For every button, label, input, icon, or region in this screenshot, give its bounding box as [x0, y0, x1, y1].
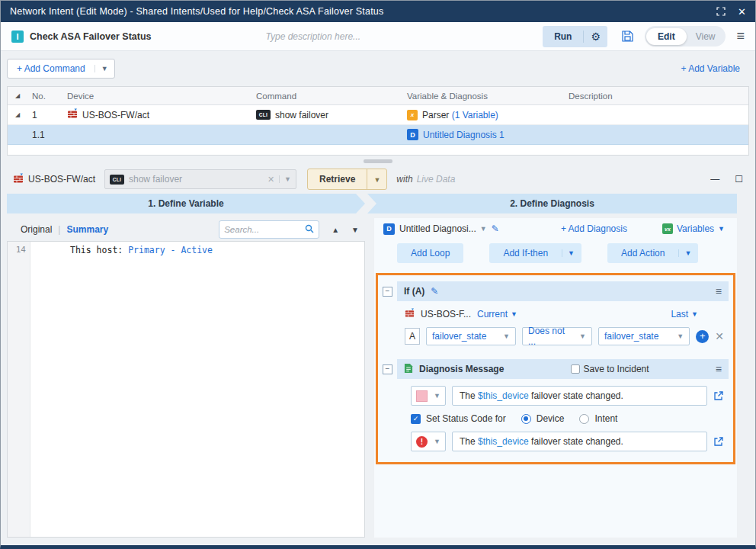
col-description: Description [569, 92, 748, 101]
chevron-down-icon[interactable]: ▼ [562, 249, 581, 257]
code-line: This host: Primary - Active [30, 242, 364, 537]
run-settings-gear-icon[interactable]: ⚙ [583, 30, 607, 43]
add-loop-button[interactable]: Add Loop [397, 243, 463, 263]
last-scope-dropdown[interactable]: Last ▼ [671, 309, 698, 319]
diagnosis-name-dropdown[interactable]: Untitled Diagnosi... ▼ [399, 223, 487, 234]
add-variable-link[interactable]: + Add Variable [681, 63, 749, 74]
menu-icon[interactable]: ≡ [736, 28, 745, 44]
message-block-header: Diagnosis Message Save to Incident ≡ [397, 359, 729, 379]
clear-icon[interactable]: ✕ [267, 175, 274, 185]
status-message-input[interactable]: The $this_device failover state changed. [452, 432, 707, 451]
highlighted-value: Primary - Active [128, 245, 213, 255]
save-to-incident-label: Save to Incident [584, 364, 649, 374]
splitter-handle[interactable] [364, 159, 392, 163]
command-text: show failover [275, 110, 328, 120]
variable2-select[interactable]: failover_state ▼ [598, 327, 690, 345]
if-title: If (A) [404, 286, 424, 297]
device-name: US-BOS-FW/act [28, 174, 95, 185]
retrieve-bar: US-BOS-FW/act CLI show failover ✕ ▼ Retr… [1, 166, 755, 192]
view-mode-button[interactable]: View [687, 28, 725, 45]
network-intent-window: Network Intent (Edit Mode) - Shared Inte… [0, 0, 756, 549]
diagnosis-header-row: D Untitled Diagnosi... ▼ ✎ + Add Diagnos… [374, 218, 737, 239]
table-row[interactable]: 1.1 D Untitled Diagnosis 1 [8, 125, 748, 145]
horizontal-splitter[interactable] [1, 156, 755, 166]
col-variable: Variable & Diagnosis [407, 92, 569, 101]
block-menu-icon[interactable]: ≡ [716, 363, 722, 375]
tab-summary[interactable]: Summary [66, 224, 108, 235]
chevron-down-icon[interactable]: ▼ [94, 65, 114, 72]
collapse-if-icon[interactable]: − [383, 287, 392, 297]
restore-icon[interactable]: ☐ [735, 174, 743, 185]
condition-label: A [405, 328, 420, 345]
add-if-then-button[interactable]: Add If-then ▼ [489, 243, 581, 263]
chevron-down-icon[interactable]: ▼ [279, 175, 291, 183]
retrieve-button[interactable]: Retrieve [308, 169, 367, 189]
chevron-down-icon[interactable]: ▼ [367, 169, 386, 189]
add-diagnosis-link[interactable]: + Add Diagnosis [561, 223, 627, 234]
if-block: If (A) ✎ ≡ [397, 281, 729, 348]
set-status-checkbox[interactable]: ✓ [411, 414, 421, 424]
page-title: Check ASA Failover Status [30, 31, 152, 42]
variable-token: $this_device [478, 436, 529, 447]
firewall-device-icon [13, 173, 24, 186]
parser-link[interactable]: x Parser (1 Variable) [407, 110, 569, 120]
prev-match-icon[interactable]: ▲ [332, 226, 339, 234]
tab-original[interactable]: Original [21, 224, 52, 235]
message-color-select[interactable]: ▼ [411, 386, 446, 406]
variables-dropdown[interactable]: vx Variables ▼ [662, 223, 729, 234]
detail-section: US-BOS-FW/act CLI show failover ✕ ▼ Retr… [1, 166, 755, 545]
row-collapse-icon[interactable]: ◢ [8, 111, 27, 118]
add-condition-icon[interactable]: + [696, 330, 709, 343]
maximize-icon[interactable] [716, 7, 726, 16]
define-variable-band: 1. Define Variable [7, 194, 365, 214]
status-code-select[interactable]: ! ▼ [411, 432, 446, 451]
next-match-icon[interactable]: ▼ [351, 226, 359, 234]
add-command-button[interactable]: + Add Command ▼ [7, 59, 115, 79]
minimize-icon[interactable]: — [710, 174, 719, 185]
open-editor-icon[interactable] [713, 390, 724, 401]
if-block-header: If (A) ✎ ≡ [397, 281, 729, 301]
block-menu-icon[interactable]: ≡ [716, 285, 722, 297]
table-header-row: ◢ No. Device Command Variable & Diagnosi… [8, 87, 748, 105]
firewall-device-icon [405, 308, 415, 320]
cli-icon: CLI [110, 175, 124, 185]
run-button[interactable]: Run [543, 31, 583, 42]
step-bands: 1. Define Variable 2. Define Diagnosis [7, 194, 737, 214]
diagnosis-message-input[interactable]: The $this_device failover state changed. [452, 386, 707, 406]
command-section: + Add Command ▼ + Add Variable ◢ No. Dev… [1, 51, 755, 156]
collapse-message-icon[interactable]: − [383, 364, 392, 374]
intent-badge-icon: I [11, 30, 24, 43]
chevron-down-icon[interactable]: ▼ [678, 249, 698, 257]
add-action-button[interactable]: Add Action ▼ [607, 243, 698, 263]
save-to-incident-checkbox[interactable] [571, 364, 580, 374]
chevron-down-icon: ▼ [434, 438, 440, 445]
command-combobox[interactable]: CLI show failover ✕ ▼ [104, 169, 296, 189]
current-scope-dropdown[interactable]: Current ▼ [477, 309, 517, 319]
edit-pencil-icon[interactable]: ✎ [431, 286, 438, 297]
table-row[interactable]: ◢ 1 US-BOS-FW/act CLI show failover [8, 105, 748, 125]
radio-intent[interactable] [579, 414, 589, 424]
close-icon[interactable]: ✕ [738, 6, 746, 18]
radio-device[interactable] [521, 414, 531, 424]
collapse-all-icon[interactable]: ◢ [8, 92, 27, 99]
open-editor-icon[interactable] [713, 436, 724, 447]
chevron-down-icon: ▼ [677, 332, 684, 340]
operator-select[interactable]: Does not ... ▼ [522, 327, 592, 345]
remove-condition-icon[interactable]: ✕ [715, 330, 724, 342]
variable1-select[interactable]: failover_state ▼ [426, 327, 516, 345]
edit-pencil-icon[interactable]: ✎ [492, 223, 499, 234]
search-icon[interactable] [305, 224, 314, 236]
highlighted-logic-region: − If (A) ✎ ≡ [376, 273, 735, 464]
search-input[interactable] [224, 225, 302, 234]
description-input[interactable] [266, 31, 513, 42]
edit-mode-button[interactable]: Edit [646, 28, 687, 45]
diagnosis-link[interactable]: D Untitled Diagnosis 1 [407, 129, 569, 140]
diagnosis-actions-row: Add Loop Add If-then ▼ Add Action ▼ [374, 239, 737, 267]
parser-icon: x [407, 110, 418, 120]
variable-output: 14 This host: Primary - Active [7, 241, 365, 538]
pink-swatch-icon [416, 390, 428, 402]
variable-panel: Original | Summary ▲ ▼ [7, 218, 365, 538]
save-icon[interactable] [621, 30, 634, 43]
edit-view-toggle: Edit View [645, 26, 726, 47]
chevron-down-icon: ▼ [579, 332, 586, 340]
